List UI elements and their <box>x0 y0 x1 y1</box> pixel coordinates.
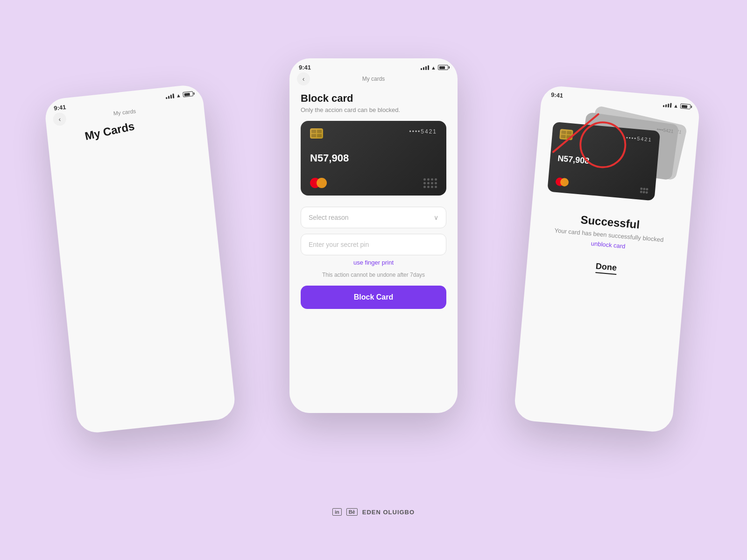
block-card-button[interactable]: Block Card <box>301 286 446 309</box>
wifi-icon-left: ▲ <box>176 92 181 98</box>
battery-icon-middle <box>438 65 448 70</box>
nav-bar-middle: ‹ My cards <box>289 73 458 85</box>
main-scene: 9:41 ▲ ‹ My cards My Cards Tap to edit, … <box>47 35 700 525</box>
unblock-card-link[interactable]: unblock card <box>591 240 626 250</box>
middle-content: Block card Only the accion card can be b… <box>289 85 458 316</box>
card-dots-middle: ••••5421 <box>409 128 437 135</box>
footer: in Bē EDEN OLUIGBO <box>332 508 415 516</box>
card-amount-middle: N57,908 <box>310 152 437 164</box>
status-icons-left: ▲ <box>165 91 193 99</box>
success-subtitle: Your card has been successfully blocked <box>554 227 664 243</box>
chevron-down-icon: ∨ <box>434 214 438 221</box>
blocked-cards-stack: ••••5421 ••••5421 ••••5421 N57,908 <box>546 108 684 212</box>
behance-icon[interactable]: Bē <box>346 508 358 516</box>
pin-placeholder-text: Enter your secret pin <box>309 241 369 248</box>
back-button-middle[interactable]: ‹ <box>297 72 310 85</box>
reason-select[interactable]: Select reason ∨ <box>301 207 446 228</box>
block-title: Block card <box>301 92 446 105</box>
warning-text: This action cannot be undone after 7days <box>301 272 446 278</box>
block-subtitle: Only the accion card can be blocked. <box>301 106 446 113</box>
phone-right: 9:41 ▲ ••••5421 ••••5421 <box>513 85 700 434</box>
author-name: EDEN OLUIGBO <box>362 509 415 516</box>
wifi-icon-middle: ▲ <box>431 65 436 70</box>
gradient-fade-middle <box>289 366 458 413</box>
right-content: ••••5421 ••••5421 ••••5421 N57,908 <box>526 99 699 288</box>
battery-icon-right <box>680 103 691 109</box>
back-button-left[interactable]: ‹ <box>52 112 67 126</box>
chip-middle <box>310 128 323 139</box>
card-preview-middle: ••••5421 N57,908 <box>301 121 446 196</box>
card-deco-dots-middle <box>423 178 437 188</box>
card-dots-right: ••••5421 <box>626 135 652 143</box>
time-left: 9:41 <box>53 104 66 112</box>
phone-middle: 9:41 ▲ ‹ My cards Block card Only the ac… <box>289 58 458 413</box>
status-bar-middle: 9:41 ▲ <box>289 58 458 73</box>
status-icons-right: ▲ <box>663 102 691 110</box>
mastercard-logo-middle <box>310 178 327 188</box>
mastercard-logo-right <box>555 177 569 187</box>
card-deco-dots-right <box>640 188 648 194</box>
page-title-left: My Cards <box>43 108 236 434</box>
done-button[interactable]: Done <box>595 261 617 275</box>
time-middle: 9:41 <box>299 64 311 71</box>
signal-icon-left <box>165 93 174 99</box>
phone-left: 9:41 ▲ ‹ My cards My Cards Tap to edit, … <box>43 84 236 434</box>
wifi-icon-right: ▲ <box>673 103 679 109</box>
signal-icon-right <box>663 102 672 108</box>
fingerprint-link[interactable]: use finger print <box>301 259 446 266</box>
nav-label-left: My cards <box>113 108 136 117</box>
nav-label-middle: My cards <box>362 76 385 82</box>
signal-icon-middle <box>421 65 429 70</box>
status-icons-middle: ▲ <box>421 65 448 70</box>
battery-icon-left <box>183 91 193 97</box>
time-right: 9:41 <box>551 91 564 99</box>
pin-input[interactable]: Enter your secret pin <box>301 234 446 255</box>
reason-select-label: Select reason <box>309 214 349 221</box>
linkedin-icon[interactable]: in <box>332 508 342 516</box>
chip-right <box>559 129 573 140</box>
success-title: Successful <box>580 213 641 231</box>
